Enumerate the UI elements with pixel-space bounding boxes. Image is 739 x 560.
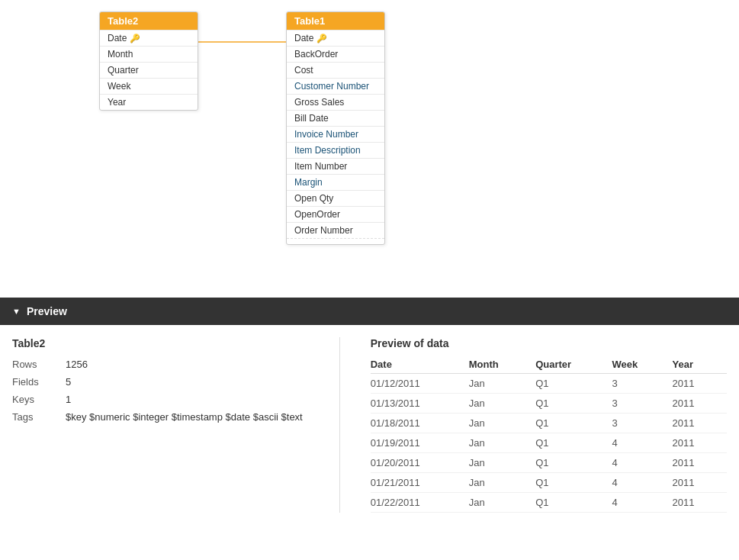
table-cell: 2011 [673, 374, 727, 394]
table-row: 01/12/2011JanQ132011 [371, 374, 727, 394]
table-cell: 2011 [673, 414, 727, 433]
preview-arrow-icon: ▼ [12, 307, 21, 316]
table-row: 01/19/2011JanQ142011 [371, 433, 727, 453]
table-cell: 01/22/2011 [371, 493, 469, 513]
preview-header: ▼ Preview [0, 298, 739, 325]
table-cell: 3 [612, 374, 672, 394]
table1-field-gross-sales[interactable]: Gross Sales [287, 94, 384, 110]
rows-label: Rows [12, 356, 66, 373]
table-cell: 2011 [673, 433, 727, 453]
table2-field-year[interactable]: Year [100, 94, 198, 110]
table-cell: Q1 [535, 453, 612, 473]
rows-value: 1256 [66, 356, 309, 373]
table-row: 01/13/2011JanQ132011 [371, 394, 727, 414]
table1-field-customer-number[interactable]: Customer Number [287, 78, 384, 94]
table1-field-margin[interactable]: Margin [287, 174, 384, 190]
table-cell: Q1 [535, 493, 612, 513]
table-cell: Jan [469, 414, 535, 433]
meta-table-title: Table2 [12, 337, 309, 349]
table-cell: 2011 [673, 473, 727, 493]
meta-table: Rows 1256 Fields 5 Keys 1 Tags $key $num… [12, 356, 309, 426]
data-preview-section: Preview of data Date Month Quarter Week … [371, 337, 727, 513]
fields-value: 5 [66, 373, 309, 391]
table-cell: 01/13/2011 [371, 394, 469, 414]
table-row: 01/21/2011JanQ142011 [371, 473, 727, 493]
table-cell: Jan [469, 374, 535, 394]
key-icon-2: 🔑 [316, 34, 327, 43]
table1-field-item-description[interactable]: Item Description [287, 142, 384, 158]
data-table: Date Month Quarter Week Year 01/12/2011J… [371, 356, 727, 513]
col-month: Month [469, 356, 535, 374]
table-cell: Jan [469, 394, 535, 414]
keys-label: Keys [12, 391, 66, 408]
meta-rows-row: Rows 1256 [12, 356, 309, 373]
table-row: 01/18/2011JanQ132011 [371, 414, 727, 433]
table-cell: Q1 [535, 473, 612, 493]
table-cell: 4 [612, 453, 672, 473]
table1-box[interactable]: Table1 Date 🔑 BackOrder Cost Customer Nu… [286, 11, 385, 245]
table1-field-more [287, 238, 384, 244]
table1-field-cost[interactable]: Cost [287, 62, 384, 78]
table1-field-item-number[interactable]: Item Number [287, 158, 384, 174]
tags-value: $key $numeric $integer $timestamp $date … [66, 408, 309, 426]
meta-keys-row: Keys 1 [12, 391, 309, 408]
vertical-divider [339, 337, 340, 513]
preview-content: Table2 Rows 1256 Fields 5 Keys 1 Tags $k… [0, 325, 739, 525]
table-cell: 2011 [673, 453, 727, 473]
table-cell: 01/19/2011 [371, 433, 469, 453]
table-cell: 2011 [673, 394, 727, 414]
preview-title: Preview [27, 305, 67, 317]
keys-value: 1 [66, 391, 309, 408]
table-cell: 4 [612, 493, 672, 513]
table-cell: Q1 [535, 374, 612, 394]
diagram-area: Table2 Date 🔑 Month Quarter Week Year Ta… [0, 0, 739, 298]
table-cell: Jan [469, 473, 535, 493]
table-row: 01/22/2011JanQ142011 [371, 493, 727, 513]
table-cell: Jan [469, 433, 535, 453]
table-cell: 3 [612, 414, 672, 433]
col-date: Date [371, 356, 469, 374]
table-cell: 01/20/2011 [371, 453, 469, 473]
meta-section: Table2 Rows 1256 Fields 5 Keys 1 Tags $k… [12, 337, 309, 513]
data-table-header-row: Date Month Quarter Week Year [371, 356, 727, 374]
col-year: Year [673, 356, 727, 374]
table1-header: Table1 [287, 12, 384, 30]
table-cell: 01/18/2011 [371, 414, 469, 433]
meta-fields-row: Fields 5 [12, 373, 309, 391]
table1-field-open-qty[interactable]: Open Qty [287, 190, 384, 206]
col-week: Week [612, 356, 672, 374]
key-icon: 🔑 [130, 34, 140, 43]
table-cell: Q1 [535, 414, 612, 433]
meta-tags-row: Tags $key $numeric $integer $timestamp $… [12, 408, 309, 426]
table1-field-openorder[interactable]: OpenOrder [287, 206, 384, 222]
table1-field-backorder[interactable]: BackOrder [287, 46, 384, 62]
table2-field-month[interactable]: Month [100, 46, 198, 62]
table1-field-bill-date[interactable]: Bill Date [287, 110, 384, 126]
table2-box[interactable]: Table2 Date 🔑 Month Quarter Week Year [99, 11, 198, 111]
table1-field-invoice-number[interactable]: Invoice Number [287, 126, 384, 142]
table-cell: Q1 [535, 394, 612, 414]
table-cell: 01/12/2011 [371, 374, 469, 394]
table-cell: 4 [612, 433, 672, 453]
table-cell: 3 [612, 394, 672, 414]
fields-label: Fields [12, 373, 66, 391]
table-cell: 2011 [673, 493, 727, 513]
table2-field-week[interactable]: Week [100, 78, 198, 94]
table-row: 01/20/2011JanQ142011 [371, 453, 727, 473]
table2-field-date[interactable]: Date 🔑 [100, 30, 198, 46]
table-cell: Jan [469, 493, 535, 513]
tags-label: Tags [12, 408, 66, 426]
table-cell: 4 [612, 473, 672, 493]
table-cell: 01/21/2011 [371, 473, 469, 493]
table2-field-quarter[interactable]: Quarter [100, 62, 198, 78]
table-cell: Jan [469, 453, 535, 473]
col-quarter: Quarter [535, 356, 612, 374]
table-cell: Q1 [535, 433, 612, 453]
table1-field-order-number[interactable]: Order Number [287, 222, 384, 238]
table1-field-date[interactable]: Date 🔑 [287, 30, 384, 46]
table2-header: Table2 [100, 12, 198, 30]
data-preview-title: Preview of data [371, 337, 727, 349]
